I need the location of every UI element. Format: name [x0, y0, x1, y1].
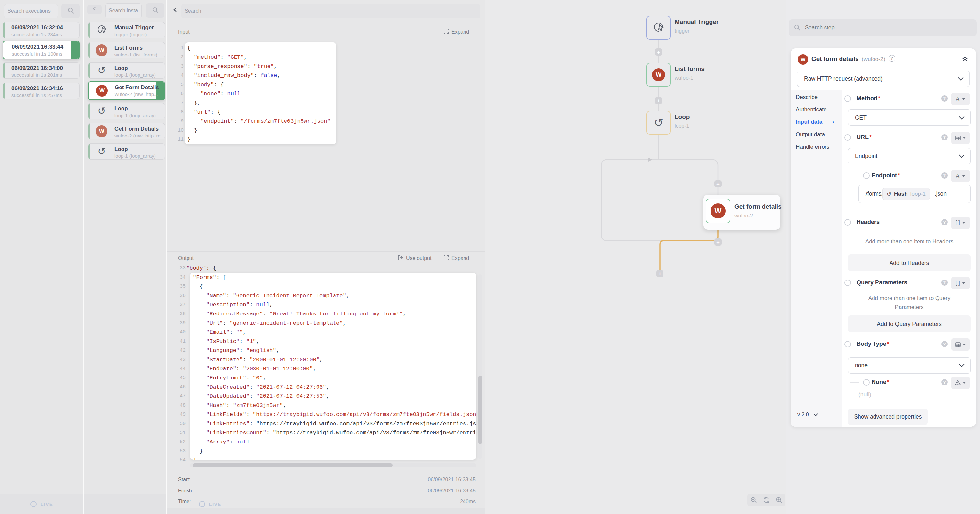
step-sub: wufoo-1 (list_forms) [115, 52, 158, 57]
search-executions-button[interactable] [61, 4, 80, 18]
show-advanced-properties-button[interactable]: Show advanced properties [848, 409, 928, 425]
help-icon[interactable]: ? [942, 279, 948, 286]
step-item[interactable]: WGet Form Detailswufoo-2 (raw_http_re... [88, 123, 165, 140]
headers-radio[interactable] [845, 219, 851, 226]
add-step-button[interactable]: + [655, 48, 662, 56]
type-selector-object[interactable] [951, 338, 970, 351]
help-icon[interactable]: ? [942, 134, 948, 140]
type-selector-array[interactable]: [ ] [951, 216, 970, 229]
query-parameters-radio[interactable] [845, 279, 851, 286]
node-title: Loop [675, 113, 690, 121]
node-sub: wufoo-2 [734, 213, 753, 219]
config-nav-describe[interactable]: Describe [796, 94, 818, 101]
node-get-form-details[interactable]: W [706, 198, 730, 224]
node-loop[interactable]: ↺ [646, 111, 671, 135]
search-instance-input[interactable] [105, 3, 142, 18]
version-select[interactable]: v 2.0 [797, 412, 818, 418]
config-nav-authenticate[interactable]: Authenticate [796, 106, 827, 113]
config-nav-input-data[interactable]: Input data › [796, 119, 834, 125]
use-output-button[interactable]: Use output [398, 255, 431, 262]
expand-input-button[interactable]: Expand [444, 29, 469, 35]
endpoint-input[interactable]: /forms/ ↺ Hash loop-1 .json [859, 185, 970, 203]
node-manual-trigger[interactable] [646, 16, 671, 40]
horizontal-scrollbar-thumb[interactable] [193, 463, 393, 467]
hash-token-chip[interactable]: ↺ Hash loop-1 [882, 188, 930, 200]
execution-date: 06/09/2021 16:34:16 [11, 85, 63, 92]
status-strip [3, 83, 5, 98]
add-to-headers-button[interactable]: Add to Headers [848, 254, 970, 271]
execution-item[interactable]: 06/09/2021 16:33:44successful in 1s 100m… [3, 41, 80, 59]
body-type-value: none [855, 362, 868, 369]
zoom-in-button[interactable] [773, 494, 785, 506]
live-ring-icon [30, 501, 37, 507]
help-icon[interactable]: ? [942, 341, 948, 347]
collapse-icon[interactable] [961, 55, 969, 64]
method-radio[interactable] [845, 95, 851, 102]
endpoint-radio[interactable] [863, 173, 870, 179]
nesting-tick [850, 176, 859, 176]
execution-item[interactable]: 06/09/2021 16:34:16successful in 1s 257m… [3, 82, 80, 99]
node-list-forms[interactable]: W [646, 63, 671, 87]
type-selector-array[interactable]: [ ] [951, 277, 970, 289]
step-item[interactable]: ↺Looploop-1 (loop_array) [88, 103, 165, 119]
connector-lines [485, 0, 786, 514]
config-nav-output-data[interactable]: Output data [796, 131, 825, 138]
method-select[interactable]: GET [848, 109, 970, 126]
input-json-code[interactable]: { "method": "GET", "parse_response": "tr… [187, 44, 331, 144]
output-code-clip: "Forms": [ { "Name": "Generic Incident R… [186, 273, 476, 460]
add-to-query-parameters-button[interactable]: Add to Query Parameters [848, 316, 970, 332]
add-step-button[interactable]: + [714, 238, 722, 246]
body-type-radio[interactable] [845, 341, 851, 347]
step-item[interactable]: ↺Looploop-1 (loop_array) [88, 143, 165, 160]
search-executions-input[interactable] [4, 4, 58, 18]
step-sub: trigger (trigger) [115, 32, 147, 37]
node-sub: trigger [675, 28, 689, 34]
type-selector-text[interactable]: A [951, 170, 970, 182]
url-type-select[interactable]: Endpoint [848, 148, 970, 164]
step-item[interactable]: WList Formswufoo-1 (list_forms) [88, 42, 165, 59]
search-detail-input[interactable] [181, 4, 480, 18]
chevron-down-icon [959, 114, 965, 119]
status-strip [88, 22, 90, 38]
nesting-guide [850, 379, 850, 405]
node-get-form-details-card[interactable]: W Get form details wufoo-2 [703, 195, 780, 230]
loop-icon: ↺ [886, 191, 891, 197]
output-json-code[interactable]: "Forms": [ { "Name": "Generic Incident R… [186, 273, 476, 460]
step-item[interactable]: Manual Triggertrigger (trigger) [88, 22, 165, 38]
add-step-button[interactable]: + [655, 97, 662, 104]
vertical-scrollbar-thumb[interactable] [478, 376, 482, 444]
step-item[interactable]: ↺Looploop-1 (loop_array) [88, 62, 165, 79]
body-type-select[interactable]: none [848, 357, 970, 374]
manual-trigger-icon [652, 21, 665, 35]
finish-label: Finish: [178, 488, 193, 494]
execution-item[interactable]: 06/09/2021 16:32:04successful in 1s 234m… [3, 22, 80, 38]
help-icon[interactable]: ? [942, 95, 948, 102]
search-instance-button[interactable] [146, 3, 164, 17]
step-item[interactable]: WGet Form Detailswufoo-2 (raw_http... [88, 81, 165, 100]
url-radio[interactable] [845, 134, 851, 141]
type-selector-text[interactable]: A [951, 93, 970, 105]
chevron-left-icon[interactable] [173, 7, 177, 14]
method-label: Method* [856, 95, 880, 102]
execution-item[interactable]: 06/09/2021 16:34:00successful in 1s 201m… [3, 62, 80, 79]
operation-select[interactable]: Raw HTTP request (advanced) [797, 71, 970, 87]
reset-zoom-button[interactable] [760, 494, 773, 506]
endpoint-suffix: .json [935, 190, 947, 197]
help-icon[interactable]: ? [889, 55, 896, 62]
zoom-out-button[interactable] [748, 494, 760, 506]
workflow-canvas[interactable]: Manual Trigger trigger + W List forms wu… [485, 0, 786, 514]
help-icon[interactable]: ? [942, 219, 948, 225]
config-nav-handle-errors[interactable]: Handle errors [796, 144, 829, 150]
expand-output-button[interactable]: Expand [444, 255, 469, 262]
type-selector-object[interactable] [951, 132, 970, 144]
search-step-input[interactable] [805, 19, 972, 36]
live-badge: LIVE [0, 494, 83, 514]
add-step-button[interactable]: + [714, 180, 722, 187]
help-icon[interactable]: ? [942, 173, 948, 179]
none-radio[interactable] [863, 379, 870, 386]
add-step-button[interactable]: + [656, 270, 663, 277]
back-button[interactable] [87, 5, 102, 14]
help-icon[interactable]: ? [942, 379, 948, 386]
step-title: Loop [115, 146, 128, 152]
type-selector-warning[interactable] [951, 376, 970, 389]
